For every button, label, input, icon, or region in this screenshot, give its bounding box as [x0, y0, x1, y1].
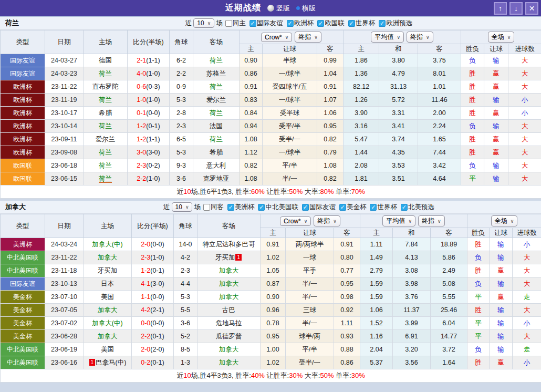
result-winloss-value: 胜 [469, 96, 476, 104]
result-winloss-value: 胜 [475, 241, 482, 248]
odds-company-select[interactable]: Crow*∨ [280, 216, 311, 226]
odds-stage-select[interactable]: 终指∨ [295, 32, 321, 43]
full-time-score: 1-2 [141, 267, 150, 274]
odds-away: 1.11 [334, 317, 360, 330]
corner-score: 5-2 [174, 330, 197, 343]
league-filter-checkbox[interactable]: ✓美金杯 [339, 203, 367, 212]
away-team-name: 牙买加 [215, 254, 235, 261]
team-sections: 荷兰近10∨场同主✓国际友谊✓欧洲杯✓欧国联✓世界杯✓欧洲预选类型日期主场比分(… [0, 17, 541, 387]
full-time-score: 1-1 [141, 293, 150, 301]
avg-home: 1.11 [360, 238, 393, 251]
result-winloss-value: 平 [475, 293, 482, 301]
summary-segment: 40% [251, 372, 265, 379]
full-time-score: 0-6 [137, 83, 146, 90]
full-time-score: 0-1 [137, 109, 146, 117]
league-filter-checkbox[interactable]: ✓欧洲预选 [379, 19, 412, 28]
odds-away: 1.07 [317, 94, 344, 107]
league-filter-checkbox[interactable]: ✓美洲杯 [227, 203, 255, 212]
home-team-name: 荷兰 [99, 122, 112, 130]
league-filter-checkbox-label: 欧洲预选 [386, 19, 412, 28]
same-venue-checkbox[interactable]: 同客 [203, 203, 224, 212]
league-filter-checkbox-label: 国际友谊 [309, 203, 336, 212]
average-select[interactable]: 平均值∨ [382, 215, 415, 226]
result-handicap-value: 赢 [493, 70, 500, 77]
match-date: 23-10-14 [45, 120, 84, 133]
result-goals-value: 大 [522, 70, 528, 77]
home-team-name: 加拿大(中) [92, 319, 122, 327]
match-date: 24-03-24 [45, 238, 84, 251]
match-count-select[interactable]: 10∨ [172, 202, 193, 212]
league-filter-checkbox[interactable]: ✓欧国联 [317, 19, 345, 28]
radio-horizontal-layout[interactable]: 横版 [296, 4, 316, 13]
average-stage-select[interactable]: 终指∨ [418, 215, 445, 226]
same-venue-checkbox[interactable]: 同主 [225, 19, 246, 28]
league-badge: 欧国联 [1, 172, 45, 185]
summary-segment: 场,胜4平3负3, 胜率: [191, 372, 251, 379]
league-filter-checkbox[interactable]: ✓世界杯 [370, 203, 397, 212]
avg-home: 2.79 [360, 264, 393, 277]
league-filter-checkbox[interactable]: ✓欧洲杯 [287, 19, 314, 28]
away-team: 荷兰 [193, 107, 240, 120]
radio-vertical-layout[interactable]: 竖版 [267, 4, 290, 13]
avg-home: 82.12 [344, 80, 379, 94]
league-filter-checkbox[interactable]: ✓世界杯 [348, 19, 376, 28]
away-team-name: 荷兰 [210, 136, 223, 143]
scroll-up-button[interactable]: ↑ [494, 2, 507, 15]
odds-away: 0.82 [317, 172, 344, 185]
home-team: 加拿大 [84, 304, 132, 317]
handicap: 受半球 [263, 107, 317, 120]
league-badge: 国际友谊 [1, 277, 45, 291]
result-handicap: 赢 [490, 356, 513, 369]
match-date: 24-03-23 [45, 67, 84, 80]
average-select[interactable]: 平均值∨ [371, 32, 404, 43]
average-stage-select[interactable]: 终指∨ [407, 32, 433, 43]
home-team-name: 巴拿马(中) [96, 359, 126, 366]
avg-away: 4.64 [418, 172, 461, 185]
match-date: 23-06-19 [45, 343, 84, 356]
scroll-down-button[interactable]: ↓ [509, 2, 523, 15]
result-goals: 走 [513, 343, 541, 356]
result-goals: 大 [508, 146, 541, 159]
close-button[interactable]: ✕ [525, 2, 538, 15]
score: 2-0(0-0) [132, 238, 174, 251]
result-handicap-value: 输 [497, 254, 504, 261]
avg-draw: 11.37 [393, 304, 431, 317]
column-header: 客场 [197, 214, 261, 238]
home-team-name: 荷兰 [99, 162, 112, 169]
odds-away: 0.80 [334, 251, 360, 264]
avg-away: 14.77 [431, 330, 467, 343]
scope-select[interactable]: 全场∨ [491, 215, 518, 226]
league-filter-checkbox[interactable]: ✓北美预选 [401, 203, 434, 212]
match-date: 23-07-05 [45, 304, 84, 317]
odds-company-select[interactable]: Crow*∨ [261, 33, 292, 42]
league-filter-checkbox[interactable]: ✓国际友谊 [249, 19, 283, 28]
odds-stage-select[interactable]: 终指∨ [314, 215, 340, 226]
scope-select[interactable]: 全场∨ [488, 32, 515, 43]
full-time-score: 3-0 [137, 149, 146, 156]
home-team-name: 荷兰 [99, 96, 112, 104]
avg-away: 3.72 [431, 343, 467, 356]
full-time-score: 4-2 [141, 306, 150, 314]
home-team-name: 荷兰 [99, 149, 112, 156]
full-time-score: 0-2 [141, 359, 150, 366]
avg-draw: 3.31 [379, 107, 418, 120]
result-handicap: 赢 [490, 291, 513, 304]
handicap: 平手 [286, 264, 334, 277]
league-badge: 中北美国联 [1, 356, 45, 369]
league-filter-checkbox[interactable]: ✓国际友谊 [302, 203, 336, 212]
result-goals-value: 小 [522, 109, 528, 117]
avg-draw: 5.72 [379, 94, 418, 107]
league-filter-checkbox[interactable]: ✓中北美国联 [258, 203, 298, 212]
odds-home: 0.91 [261, 238, 286, 251]
column-header: 日期 [45, 30, 84, 54]
home-team: 荷兰 [84, 172, 128, 185]
home-team: 加拿大(中) [84, 238, 132, 251]
league-filter-checkbox-label: 美金杯 [347, 203, 367, 212]
match-date: 23-07-10 [45, 291, 84, 304]
match-date: 24-03-27 [45, 54, 84, 67]
match-count-select[interactable]: 10∨ [193, 18, 214, 28]
summary-row: 近10场,胜6平1负3, 胜率:60% 让胜率:50% 大率:80% 单率:70… [1, 185, 541, 199]
home-team: 爱尔兰 [84, 133, 128, 146]
full-time-score: 4-0 [137, 70, 146, 77]
home-team-name: 荷兰 [99, 70, 112, 77]
